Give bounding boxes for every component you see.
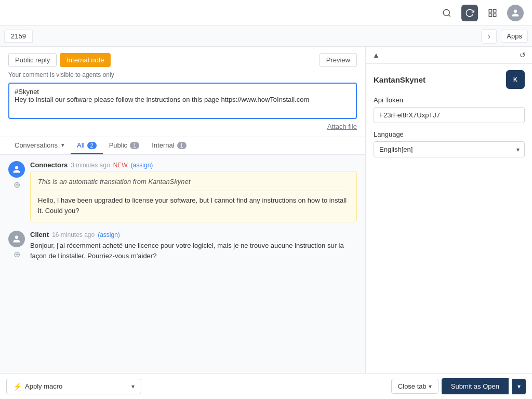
language-select-wrapper: English[en] French[fr] Spanish[es] Germa… <box>374 141 525 157</box>
right-panel-scroll: KantanSkynet K Api Token Language Englis… <box>366 64 532 373</box>
add-avatar-icon[interactable]: ⊕ <box>14 180 20 190</box>
kantan-section: KantanSkynet K Api Token Language Englis… <box>366 64 532 171</box>
message-content: Connectors 3 minutes ago NEW (assign) Th… <box>30 161 357 222</box>
sender-name: Connectors <box>30 161 68 169</box>
all-badge: 2 <box>87 142 97 149</box>
reply-area: Public reply Internal note Preview Your … <box>0 47 365 137</box>
public-badge: 1 <box>130 142 139 149</box>
avatar <box>8 161 25 178</box>
language-label: Language <box>374 130 525 138</box>
close-tab-button[interactable]: Close tab ▾ <box>391 379 438 394</box>
search-icon[interactable] <box>438 5 455 21</box>
message-content: Client 16 minutes ago (assign) Bonjour, … <box>30 231 357 261</box>
api-token-label: Api Token <box>374 96 525 104</box>
bottom-right: Close tab ▾ Submit as Open ▾ <box>391 378 526 394</box>
messages-area: ⊕ Connectors 3 minutes ago NEW (assign) … <box>0 155 365 373</box>
refresh-icon[interactable] <box>461 5 478 21</box>
ticket-tab-bar: 2159 › Apps <box>0 26 532 47</box>
new-badge: NEW <box>113 162 128 169</box>
right-panel-header: ▲ ↺ <box>366 47 532 64</box>
kantan-header: KantanSkynet K <box>374 70 525 89</box>
public-tab[interactable]: Public 1 <box>103 137 146 154</box>
message-meta: Client 16 minutes ago (assign) <box>30 231 357 238</box>
internal-tab[interactable]: Internal 1 <box>145 137 193 154</box>
language-select[interactable]: English[en] French[fr] Spanish[es] Germa… <box>374 141 525 157</box>
assign-link[interactable]: (assign) <box>131 162 153 169</box>
top-bar <box>0 0 532 26</box>
bottom-bar: ⚡ Apply macro ▾ Close tab ▾ Submit as Op… <box>0 373 532 399</box>
reply-textarea[interactable]: #Skynet Hey to install our software plea… <box>8 83 357 119</box>
preview-button[interactable]: Preview <box>320 53 357 67</box>
avatar-col: ⊕ <box>8 231 25 261</box>
add-avatar-icon[interactable]: ⊕ <box>14 249 20 259</box>
assign-link[interactable]: (assign) <box>98 231 120 238</box>
avatar[interactable] <box>507 5 524 21</box>
table-row: ⊕ Connectors 3 minutes ago NEW (assign) … <box>8 161 357 222</box>
svg-rect-4 <box>489 14 491 16</box>
svg-rect-5 <box>494 14 496 16</box>
kantan-title: KantanSkynet <box>374 75 425 84</box>
message-time: 16 minutes ago <box>52 231 95 238</box>
right-panel: ▲ ↺ KantanSkynet K Api Token Language <box>366 47 532 373</box>
ticket-tab[interactable]: 2159 <box>4 30 33 43</box>
all-tab[interactable]: All 2 <box>71 137 103 154</box>
translation-note: This is an automatic translation from Ka… <box>38 178 349 185</box>
svg-line-1 <box>448 15 450 16</box>
svg-rect-2 <box>489 9 491 12</box>
conversations-dropdown-icon: ▾ <box>61 142 64 149</box>
svg-rect-3 <box>494 9 496 12</box>
apply-macro-button[interactable]: ⚡ Apply macro ▾ <box>6 379 141 394</box>
api-token-input[interactable] <box>374 107 525 123</box>
table-row: ⊕ Client 16 minutes ago (assign) Bonjour… <box>8 231 357 261</box>
avatar-col: ⊕ <box>8 161 25 222</box>
submit-arrow-button[interactable]: ▾ <box>512 379 526 394</box>
main-layout: Public reply Internal note Preview Your … <box>0 47 532 373</box>
reply-hint: Your comment is visible to agents only <box>8 71 357 78</box>
collapse-button[interactable]: ▲ <box>373 51 380 59</box>
public-reply-tab[interactable]: Public reply <box>8 53 57 67</box>
internal-badge: 1 <box>177 142 187 149</box>
right-refresh-icon[interactable]: ↺ <box>520 51 526 59</box>
grid-icon[interactable] <box>484 5 501 21</box>
avatar <box>8 231 25 247</box>
message-bubble: This is an automatic translation from Ka… <box>30 171 357 222</box>
apps-button[interactable]: Apps <box>501 30 528 43</box>
submit-button[interactable]: Submit as Open <box>442 378 509 394</box>
conversations-tabs: Conversations ▾ All 2 Public 1 Internal … <box>0 137 365 155</box>
svg-text:K: K <box>513 76 517 83</box>
svg-point-0 <box>443 9 449 16</box>
message-text: Hello, I have been upgraded to license y… <box>38 195 349 216</box>
message-time: 3 minutes ago <box>71 162 110 169</box>
close-tab-label: Close tab <box>398 382 427 390</box>
message-meta: Connectors 3 minutes ago NEW (assign) <box>30 161 357 169</box>
lightning-icon: ⚡ <box>13 382 22 391</box>
apply-macro-label: Apply macro <box>25 382 62 390</box>
left-panel: Public reply Internal note Preview Your … <box>0 47 366 373</box>
sender-name: Client <box>30 231 49 238</box>
conversations-tab[interactable]: Conversations ▾ <box>8 137 71 154</box>
kantan-logo: K <box>506 70 525 89</box>
close-tab-chevron-icon: ▾ <box>429 383 432 390</box>
message-text: Bonjour, j'ai récemment acheté une licen… <box>30 241 357 261</box>
apply-macro-chevron-icon: ▾ <box>131 383 135 390</box>
internal-note-tab[interactable]: Internal note <box>60 53 111 67</box>
attach-file-link[interactable]: Attach file <box>327 123 357 130</box>
chevron-right-btn[interactable]: › <box>481 29 497 44</box>
reply-tabs: Public reply Internal note Preview <box>8 53 357 67</box>
